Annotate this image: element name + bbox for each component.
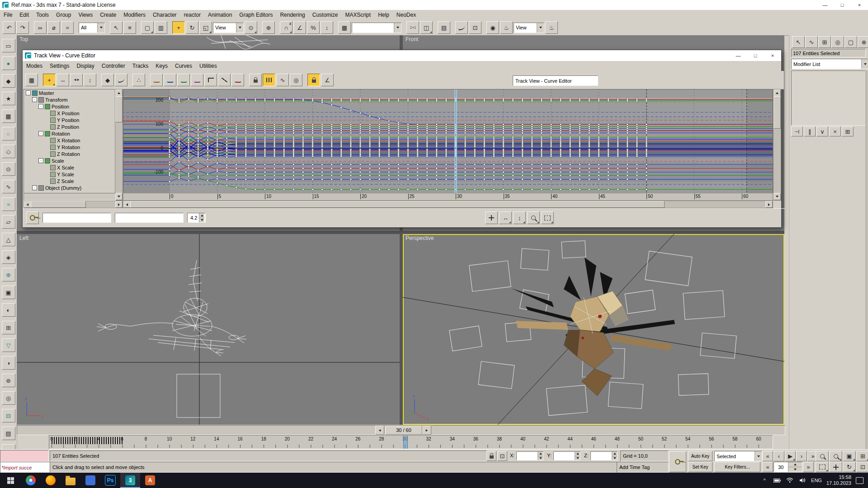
time-slider-prev-button[interactable]: ◄ xyxy=(375,426,384,435)
trackview-menu-keys[interactable]: Keys xyxy=(152,61,171,71)
render-scene-button[interactable]: ♨ xyxy=(500,21,513,34)
plot-horizontal-scrollbar[interactable] xyxy=(123,201,773,208)
tree-scrollbar[interactable] xyxy=(115,89,123,201)
absolute-offset-toggle[interactable]: ⊡ xyxy=(497,451,507,461)
zoom-region-button[interactable] xyxy=(816,462,829,472)
menu-views[interactable]: Views xyxy=(75,10,96,20)
track-bar-keys[interactable] xyxy=(52,437,123,444)
maximize-button[interactable]: □ xyxy=(834,0,851,10)
show-key-stats-button[interactable] xyxy=(26,211,39,224)
edit-named-selections-button[interactable]: ▦ xyxy=(338,21,351,34)
unlink-selection-button[interactable]: ø xyxy=(47,21,60,34)
minimize-button[interactable]: — xyxy=(816,0,834,10)
side-tool-2-button[interactable]: ● xyxy=(2,56,15,70)
auto-key-button[interactable]: Auto Key xyxy=(688,451,712,461)
menu-group[interactable]: Group xyxy=(52,10,75,20)
zoom-extents-all-button[interactable]: ⊞ xyxy=(856,451,868,461)
side-tool-5-button[interactable]: ▦ xyxy=(2,109,15,123)
x-coordinate-field[interactable] xyxy=(516,451,543,460)
named-selection-dropdown[interactable] xyxy=(352,23,401,33)
track-tree-item-scale-expand[interactable]: - xyxy=(38,158,43,163)
arc-rotate-button[interactable]: ↻ xyxy=(843,462,856,472)
set-tangents-smooth-button[interactable] xyxy=(231,74,244,86)
tab-hierarchy-button[interactable]: ⊞ xyxy=(818,36,831,48)
app-chrome-taskbar-button[interactable] xyxy=(21,473,41,488)
tv-zoom-value-extents-button[interactable]: ↕ xyxy=(513,211,526,224)
track-tree-item-y-scale[interactable]: Y Scale xyxy=(24,171,115,178)
notification-center-icon[interactable] xyxy=(856,477,863,484)
side-tool-17-button[interactable]: ⊞ xyxy=(2,321,15,334)
param-curve-out-of-range-button[interactable]: ∿ xyxy=(276,74,289,86)
snap-frames-button[interactable] xyxy=(263,74,275,86)
key-value-field[interactable] xyxy=(115,213,184,223)
mirror-button[interactable]: ▷◁ xyxy=(406,21,419,34)
menu-animation[interactable]: Animation xyxy=(204,10,236,20)
side-tool-8-button[interactable]: ⊙ xyxy=(2,162,15,176)
slide-keys-button[interactable]: ↔ xyxy=(57,74,69,86)
trackview-name-field[interactable]: Track View - Curve Editor xyxy=(513,75,598,86)
side-tool-7-button[interactable]: ◇ xyxy=(2,145,15,158)
side-tool-14-button[interactable]: ⊕ xyxy=(2,268,15,282)
draw-curves-button[interactable] xyxy=(115,74,127,86)
trackview-menu-modes[interactable]: Modes xyxy=(23,61,46,71)
filters-button[interactable]: ▦ xyxy=(25,74,38,86)
play-animation-button[interactable]: ▶ xyxy=(785,451,796,461)
menu-customize[interactable]: Customize xyxy=(309,10,342,20)
menu-graph-editors[interactable]: Graph Editors xyxy=(236,10,276,20)
track-tree-item-master[interactable]: -Master xyxy=(24,89,115,96)
select-by-name-button[interactable]: ≡ xyxy=(123,21,136,34)
set-tangents-step-button[interactable] xyxy=(204,74,217,86)
select-and-manipulate-button[interactable]: ⊕ xyxy=(262,21,275,34)
show-end-result-button[interactable]: ∥ xyxy=(804,127,816,136)
angle-snap-button[interactable]: ∠ xyxy=(293,21,306,34)
tv-pan-button[interactable] xyxy=(485,211,498,224)
set-key-button[interactable]: Set Key xyxy=(688,462,712,472)
command-panel-scrollbar[interactable] xyxy=(865,70,868,468)
track-tree-item-master-expand[interactable]: - xyxy=(26,90,31,95)
trackview-maximize-button[interactable]: □ xyxy=(747,51,764,61)
key-mode-dropdown[interactable]: Selected xyxy=(714,451,762,461)
viewport-left[interactable]: Left xyxy=(17,234,400,425)
curve-editor-open-button[interactable] xyxy=(455,21,468,34)
track-tree-item-z-position[interactable]: Z Position xyxy=(24,123,115,130)
key-time-field[interactable] xyxy=(42,213,111,223)
app-photoshop-taskbar-button[interactable]: Ps xyxy=(100,473,120,488)
side-tool-18-button[interactable]: ▽ xyxy=(2,338,15,352)
modifier-stack-list[interactable] xyxy=(791,70,867,126)
trackview-close-button[interactable]: × xyxy=(764,51,781,61)
move-keys-button[interactable]: + xyxy=(43,74,56,86)
schematic-view-button[interactable]: ⊡ xyxy=(469,21,481,34)
track-tree-item-x-rotation[interactable]: X Rotation xyxy=(24,137,115,144)
track-tree-item-x-scale[interactable]: X Scale xyxy=(24,164,115,171)
battery-icon[interactable] xyxy=(773,476,781,484)
set-tangents-linear-button[interactable] xyxy=(218,74,231,86)
zoom-all-button[interactable] xyxy=(829,451,842,461)
menu-file[interactable]: File xyxy=(0,10,16,20)
side-tool-10-button[interactable]: ≈ xyxy=(2,197,15,211)
track-tree-item-x-position[interactable]: X Position xyxy=(24,110,115,117)
bind-to-space-warp-button[interactable]: ≈ xyxy=(61,21,74,34)
select-object-button[interactable]: ↖ xyxy=(110,21,123,34)
side-tool-13-button[interactable]: ◈ xyxy=(2,250,15,264)
menu-rendering[interactable]: Rendering xyxy=(276,10,308,20)
language-indicator[interactable]: ENG xyxy=(811,478,822,483)
menu-create[interactable]: Create xyxy=(96,10,120,20)
curve-plot-canvas[interactable]: 2001000-100 xyxy=(123,89,773,193)
track-tree-item-rotation[interactable]: -Rotation xyxy=(24,130,115,137)
start-button[interactable] xyxy=(0,473,21,488)
z-coordinate-field[interactable] xyxy=(590,451,618,460)
select-and-rotate-button[interactable]: ↻ xyxy=(186,21,198,34)
side-tool-9-button[interactable]: ∿ xyxy=(2,180,15,193)
undo-button[interactable]: ↶ xyxy=(3,21,15,34)
z-coordinate-spinner[interactable] xyxy=(612,452,617,460)
track-bar[interactable]: 0246810121416182022242628303234363840424… xyxy=(49,435,773,449)
use-center-button[interactable]: ⊙ xyxy=(245,21,257,34)
key-stats-spinner[interactable] xyxy=(199,213,204,222)
menu-modifiers[interactable]: Modifiers xyxy=(120,10,149,20)
set-tangents-slow-button[interactable] xyxy=(191,74,203,86)
add-keys-button[interactable]: ◆ xyxy=(101,74,114,86)
configure-modifier-sets-button[interactable]: ⊞ xyxy=(842,127,854,136)
make-unique-button[interactable]: ∨ xyxy=(816,127,828,136)
layer-manager-button[interactable]: ▤ xyxy=(438,21,450,34)
side-tool-16-button[interactable]: ◐ xyxy=(2,303,15,317)
